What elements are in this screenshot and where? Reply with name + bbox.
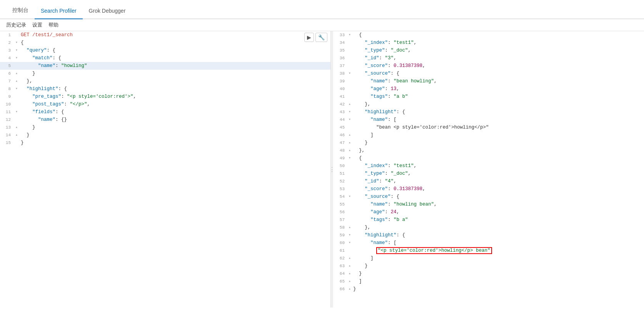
result-line-55: 55 "name": "howling bean", [333,201,644,208]
editor-line-15: 15 } [0,139,330,147]
editor-toolbar: ▶ 🔧 [304,33,327,42]
result-line-47: 47▴ } [333,139,644,147]
result-line-33: 33▾ { [333,31,644,39]
result-line-number: 62 [333,254,347,262]
secondary-nav: 历史记录设置帮助 [0,19,644,31]
line-number: 12 [0,116,14,124]
top-nav: 控制台Search ProfilerGrok Debugger [0,0,644,19]
fold-gutter[interactable]: ▾ [14,85,19,93]
line-number: 5 [0,62,14,70]
nav-help[interactable]: 帮助 [48,22,58,28]
result-line-number: 48 [333,147,347,154]
tab-console[interactable]: 控制台 [6,2,35,19]
result-line-number: 52 [333,177,347,185]
result-line-number: 36 [333,54,347,62]
result-line-64: 64▴ } [333,270,644,278]
result-fold-gutter[interactable]: ▾ [347,31,352,39]
result-line-number: 33 [333,31,347,39]
result-line-52: 52 "_id": "4", [333,177,644,185]
result-line-number: 60 [333,239,347,247]
result-line-53: 53 "_score": 0.31387398, [333,185,644,193]
result-line-50: 50 "_index": "test1", [333,162,644,170]
result-fold-gutter[interactable]: ▴ [347,224,352,231]
result-line-54: 54▾ "_source": { [333,193,644,201]
line-number: 14 [0,131,14,139]
result-line-48: 48▴ }, [333,147,644,154]
line-number: 4 [0,54,14,62]
result-fold-gutter[interactable]: ▴ [347,147,352,154]
tab-search-profiler[interactable]: Search Profiler [35,3,83,19]
result-line-number: 38 [333,70,347,77]
nav-history[interactable]: 历史记录 [6,22,26,28]
result-fold-gutter[interactable]: ▾ [347,154,352,162]
line-number: 6 [0,70,14,77]
main-layout: ▶ 🔧 1GET /test1/_search2▾{3▾ "query": {4… [0,31,644,308]
result-line-34: 34 "_index": "test1", [333,39,644,47]
result-fold-gutter[interactable]: ▾ [347,70,352,77]
result-line-59: 59▾ "highlight": { [333,231,644,239]
results-pane[interactable]: 33▾ {34 "_index": "test1",35 "_type": "_… [333,31,644,308]
line-number: 15 [0,139,14,147]
wrench-button[interactable]: 🔧 [315,33,327,42]
result-fold-gutter[interactable]: ▴ [347,100,352,108]
result-line-number: 37 [333,62,347,70]
fold-gutter[interactable]: ▾ [14,47,19,54]
result-line-number: 65 [333,278,347,285]
result-fold-gutter[interactable]: ▴ [347,262,352,270]
result-fold-gutter[interactable]: ▾ [347,193,352,201]
result-fold-gutter[interactable]: ▾ [347,116,352,124]
result-line-number: 47 [333,139,347,147]
fold-gutter[interactable]: ▴ [14,77,19,85]
editor-line-9: 9 "pre_tags": "<p style='color:red'>", [0,93,330,100]
editor-line-3: 3▾ "query": { [0,47,330,54]
result-line-35: 35 "_type": "_doc", [333,47,644,54]
result-line-45: 45 "bean <p style='color:red'>howling</p… [333,124,644,131]
result-fold-gutter[interactable]: ▾ [347,239,352,247]
result-fold-gutter[interactable]: ▴ [347,139,352,147]
result-line-56: 56 "age": 24, [333,208,644,216]
line-number: 10 [0,100,14,108]
fold-gutter[interactable]: ▾ [14,39,19,47]
result-fold-gutter[interactable]: ▾ [347,231,352,239]
line-number: 8 [0,85,14,93]
result-line-41: 41 "tags": "a b" [333,93,644,100]
fold-gutter[interactable]: ▾ [14,108,19,116]
result-fold-gutter[interactable]: ▴ [347,278,352,285]
result-line-number: 49 [333,154,347,162]
result-fold-gutter[interactable]: ▴ [347,285,352,293]
result-line-number: 43 [333,108,347,116]
result-line-36: 36 "_id": "3", [333,54,644,62]
tab-grok-debugger[interactable]: Grok Debugger [83,3,132,19]
result-line-number: 35 [333,47,347,54]
editor-line-1: 1GET /test1/_search [0,31,330,39]
result-line-number: 46 [333,131,347,139]
result-line-43: 43▾ "highlight": { [333,108,644,116]
fold-gutter[interactable]: ▾ [14,54,19,62]
result-line-number: 63 [333,262,347,270]
code-editor[interactable]: 1GET /test1/_search2▾{3▾ "query": {4▾ "m… [0,31,330,308]
result-line-number: 50 [333,162,347,170]
result-fold-gutter[interactable]: ▴ [347,254,352,262]
fold-gutter[interactable]: ▴ [14,70,19,77]
result-line-number: 34 [333,39,347,47]
result-fold-gutter[interactable]: ▴ [347,131,352,139]
fold-gutter[interactable]: ▴ [14,124,19,131]
result-line-number: 55 [333,201,347,208]
editor-line-10: 10 "post_tags": "</p>", [0,100,330,108]
result-line-number: 61 [333,247,347,254]
result-line-46: 46▴ ] [333,131,644,139]
editor-line-14: 14▴ } [0,131,330,139]
result-line-61: 61 "<p style='color:red'>howling</p> bea… [333,247,644,254]
fold-gutter[interactable]: ▴ [14,131,19,139]
editor-line-13: 13▴ } [0,124,330,131]
result-line-44: 44▾ "name": [ [333,116,644,124]
editor-line-8: 8▾ "highlight": { [0,85,330,93]
editor-line-11: 11▾ "fields": { [0,108,330,116]
result-fold-gutter[interactable]: ▴ [347,270,352,278]
editor-line-6: 6▴ } [0,70,330,77]
result-line-51: 51 "_type": "_doc", [333,170,644,177]
result-fold-gutter[interactable]: ▾ [347,108,352,116]
nav-settings[interactable]: 设置 [32,22,42,28]
run-button[interactable]: ▶ [304,33,314,42]
line-number: 13 [0,124,14,131]
